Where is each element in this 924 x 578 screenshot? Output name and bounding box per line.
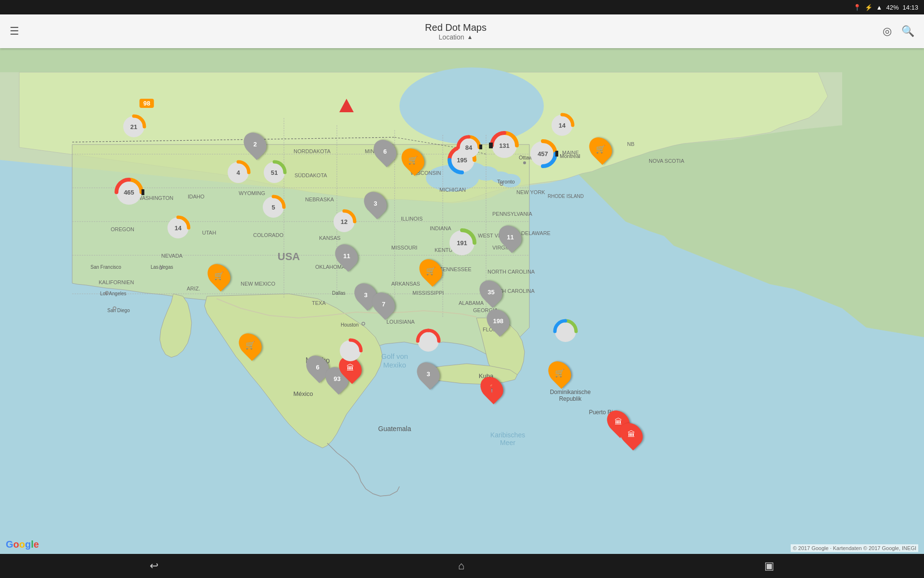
pin-ontario-arc[interactable]: 131 (489, 130, 520, 163)
pin-arizona-cart[interactable]: 🛒 (209, 263, 229, 288)
pin-ohio84-arc[interactable]: 84 (455, 134, 482, 163)
pin-oklahoma-arc[interactable]: 12 (331, 208, 358, 237)
pin-nebraska[interactable]: 3 (365, 191, 385, 216)
svg-text:ARKANSAS: ARKANSAS (391, 281, 420, 287)
svg-text:San Diego: San Diego (107, 308, 130, 313)
svg-text:Republik: Republik (559, 395, 582, 402)
svg-text:PENNSYLVANIA: PENNSYLVANIA (492, 211, 532, 217)
svg-rect-115 (489, 143, 493, 148)
pin-montana[interactable]: 2 (245, 131, 265, 157)
right-icons: ◎ 🔍 (883, 25, 914, 38)
svg-text:KALIFORNIEN: KALIFORNIEN (99, 279, 134, 285)
svg-text:Montreal: Montreal (560, 153, 580, 159)
svg-text:191: 191 (457, 239, 467, 247)
svg-text:51: 51 (271, 169, 278, 176)
svg-text:Dallas: Dallas (332, 290, 346, 296)
back-button[interactable]: ↩ (130, 556, 178, 576)
svg-text:IDAHO: IDAHO (188, 194, 205, 199)
svg-text:21: 21 (130, 123, 137, 131)
pin-canada-nw[interactable]: 98 (140, 99, 154, 108)
search-button[interactable]: 🔍 (901, 25, 914, 38)
svg-text:RHODE ISLAND: RHODE ISLAND (548, 194, 584, 199)
pin-mexico1[interactable]: 6 (308, 355, 328, 380)
nav-bar: ↩ ⌂ ▣ (0, 554, 924, 578)
svg-text:Dominikanische: Dominikanische (550, 389, 591, 395)
svg-text:ILLINOIS: ILLINOIS (401, 216, 423, 222)
map-container[interactable]: USA Mexiko Golf von Mexiko Karibisches M… (0, 48, 924, 554)
pin-wyoming-arc[interactable]: 51 (261, 159, 288, 188)
pin-caribbean[interactable]: 3 (418, 361, 438, 386)
svg-text:Karibisches: Karibisches (490, 431, 525, 439)
svg-text:NB: NB (627, 141, 634, 147)
svg-text:México: México (293, 390, 313, 397)
svg-text:Mexiko: Mexiko (383, 361, 406, 369)
map-credit: © 2017 Google · Kartendaten © 2017 Googl… (791, 544, 918, 552)
pin-mexico-cart[interactable]: 🛒 (240, 332, 260, 357)
svg-text:MICHIGAN: MICHIGAN (439, 187, 466, 193)
svg-marker-89 (339, 99, 354, 112)
pin-dominican-red[interactable]: 📍 (482, 376, 502, 401)
svg-text:COLORADO: COLORADO (253, 232, 283, 238)
svg-text:TENNESSEE: TENNESSEE (439, 266, 472, 272)
svg-point-8 (399, 67, 544, 144)
app-title: Red Dot Maps (29, 22, 883, 33)
pin-texas2[interactable]: 7 (373, 291, 394, 316)
app-bar: ☰ Red Dot Maps Location ▲ ◎ 🔍 (0, 14, 924, 48)
svg-text:NEW MEXICO: NEW MEXICO (241, 281, 276, 287)
recents-button[interactable]: ▣ (745, 556, 794, 576)
svg-text:TEXA: TEXA (312, 300, 326, 306)
pin-washington-arc[interactable]: 21 (120, 113, 147, 142)
pin-mississippi-cart[interactable]: 🛒 (421, 258, 441, 283)
pin-florida[interactable]: 198 (488, 308, 508, 333)
pin-dominican-cart[interactable]: 🛒 (550, 360, 570, 385)
app-subtitle[interactable]: Location ▲ (29, 33, 883, 41)
svg-text:OREGON: OREGON (111, 226, 134, 232)
pin-caribbean-red2[interactable]: 🏛 (621, 422, 642, 447)
svg-text:USA: USA (278, 250, 300, 263)
home-button[interactable]: ⌂ (439, 556, 484, 576)
svg-text:NEW YORK: NEW YORK (516, 189, 545, 195)
pin-mexico-red-arc[interactable] (337, 337, 364, 366)
bluetooth-icon: ⚡ (865, 4, 873, 11)
wifi-icon: ▲ (876, 4, 883, 11)
svg-text:MISSOURI: MISSOURI (391, 245, 417, 250)
svg-text:5: 5 (271, 204, 275, 211)
status-bar: 📍 ⚡ ▲ 42% 14:13 (0, 0, 924, 14)
svg-text:ALABAMA: ALABAMA (459, 300, 484, 306)
svg-text:NEBRASKA: NEBRASKA (305, 197, 334, 202)
svg-rect-118 (479, 144, 482, 149)
current-location-pin (339, 99, 354, 114)
location-status-icon: 📍 (853, 4, 861, 11)
svg-text:SÜDDAKOTA: SÜDDAKOTA (295, 172, 327, 178)
pin-caribbean-arc[interactable] (415, 328, 442, 356)
svg-text:Los Angeles: Los Angeles (100, 291, 127, 296)
svg-text:Meer: Meer (500, 439, 515, 447)
pin-canada-arc[interactable]: 14 (549, 112, 576, 141)
svg-text:LOUISIANA: LOUISIANA (386, 319, 415, 325)
pin-wisconsin-cart[interactable]: 🛒 (403, 147, 423, 172)
pin-georgia[interactable]: 35 (481, 279, 501, 304)
pin-colorado-arc[interactable]: 5 (260, 194, 287, 223)
svg-text:Guatemala: Guatemala (378, 425, 411, 433)
svg-rect-108 (555, 151, 558, 157)
clock: 14:13 (902, 4, 918, 11)
svg-rect-101 (141, 189, 144, 195)
pin-lasvegas-arc[interactable]: 14 (165, 214, 192, 243)
pin-florida-arc[interactable] (552, 318, 579, 347)
pin-tennessee-arc[interactable]: 191 (447, 227, 477, 260)
pin-virginia[interactable]: 11 (500, 224, 520, 250)
menu-icon[interactable]: ☰ (10, 25, 19, 38)
location-button[interactable]: ◎ (883, 25, 892, 38)
svg-text:14: 14 (175, 224, 182, 232)
pin-minnesota[interactable]: 6 (375, 139, 395, 164)
pin-california-arc[interactable]: 465 (114, 177, 144, 210)
svg-text:San Francisco: San Francisco (90, 264, 121, 270)
svg-text:84: 84 (465, 144, 473, 151)
svg-text:NEVADA: NEVADA (161, 253, 183, 259)
battery-level: 42% (886, 4, 898, 11)
pin-oklahoma[interactable]: 11 (336, 243, 357, 268)
svg-text:14: 14 (559, 122, 566, 129)
pin-utah-arc[interactable]: 4 (225, 159, 252, 188)
pin-canada-east-cart[interactable]: 🛒 (590, 136, 611, 161)
pin-newengland-arc[interactable]: 457 (527, 138, 558, 171)
